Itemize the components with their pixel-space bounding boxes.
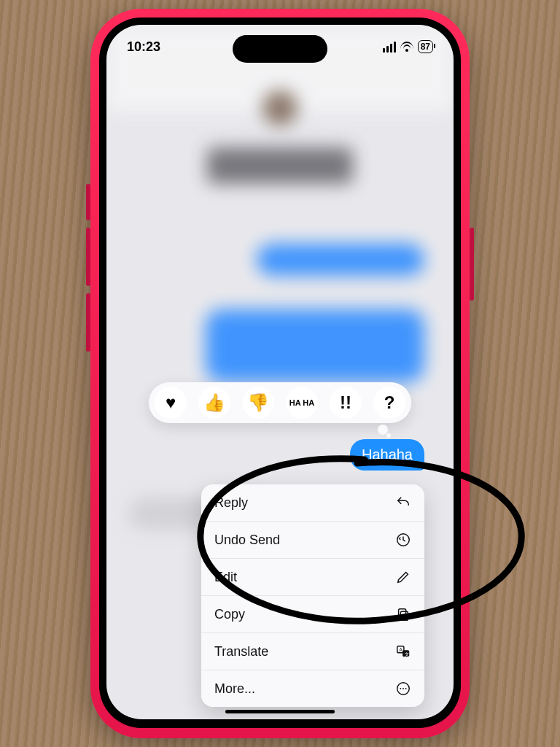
tapback-question[interactable]: ?: [373, 387, 405, 419]
cellular-icon: [383, 42, 396, 53]
menu-label: Translate: [214, 644, 268, 659]
menu-label: More...: [214, 681, 255, 697]
menu-translate[interactable]: Translate A文: [201, 632, 424, 670]
svg-rect-1: [400, 611, 408, 620]
heart-icon: ♥: [166, 392, 176, 413]
desk-surface: 10:23 87: [0, 0, 560, 747]
tapback-tail: [378, 425, 388, 435]
thumbs-up-icon: 👍: [203, 392, 225, 413]
menu-label: Copy: [214, 607, 245, 622]
tapback-exclaim[interactable]: !!: [330, 387, 362, 419]
menu-label: Edit: [214, 570, 237, 585]
menu-more[interactable]: More...: [201, 670, 424, 707]
phone-bezel: 10:23 87: [99, 18, 461, 728]
power-button: [470, 228, 474, 301]
svg-rect-2: [399, 609, 406, 618]
status-time: 10:23: [127, 39, 160, 55]
message-text: Hahaha: [362, 446, 413, 462]
translate-icon: A文: [395, 643, 411, 659]
wifi-icon: [400, 42, 413, 52]
menu-label: Reply: [214, 495, 248, 511]
copy-icon: [395, 606, 411, 622]
svg-point-9: [402, 688, 404, 689]
menu-copy[interactable]: Copy: [201, 595, 424, 632]
undo-icon: [395, 532, 411, 548]
menu-edit[interactable]: Edit: [201, 558, 424, 595]
contact-avatar: [262, 90, 298, 125]
menu-reply[interactable]: Reply: [201, 484, 424, 521]
haha-icon: HA HA: [289, 399, 314, 406]
selected-message-bubble[interactable]: Hahaha: [350, 439, 424, 471]
question-icon: ?: [384, 392, 395, 413]
home-indicator[interactable]: [225, 710, 335, 713]
tapback-bar: ♥ 👍 👎 HA HA !! ?: [149, 382, 411, 423]
battery-indicator: 87: [418, 40, 433, 53]
dynamic-island: [233, 35, 327, 63]
svg-text:A: A: [400, 647, 403, 652]
exclaim-icon: !!: [340, 392, 351, 413]
pencil-icon: [395, 569, 411, 585]
svg-text:文: 文: [405, 651, 409, 657]
reply-icon: [395, 495, 411, 511]
volume-up-button: [86, 228, 90, 286]
tapback-haha[interactable]: HA HA: [286, 387, 318, 419]
menu-label: Undo Send: [214, 533, 280, 548]
thumbs-down-icon: 👎: [247, 392, 269, 413]
svg-point-10: [405, 688, 407, 689]
phone-case: 10:23 87: [90, 9, 470, 738]
svg-point-8: [400, 688, 401, 689]
phone-screen: 10:23 87: [106, 25, 454, 719]
context-menu: Reply Undo Send Edit: [201, 484, 424, 707]
volume-down-button: [86, 293, 90, 352]
tapback-heart[interactable]: ♥: [155, 387, 187, 419]
battery-level: 87: [421, 42, 430, 52]
mute-switch: [86, 184, 90, 220]
tapback-thumbs-down[interactable]: 👎: [242, 387, 274, 419]
tapback-thumbs-up[interactable]: 👍: [198, 387, 230, 419]
contact-name-blurred: [207, 147, 353, 184]
menu-undo-send[interactable]: Undo Send: [201, 521, 424, 558]
sent-bubble-blurred: [257, 244, 424, 276]
sent-bubble-blurred: [206, 309, 424, 382]
more-icon: [395, 681, 411, 697]
